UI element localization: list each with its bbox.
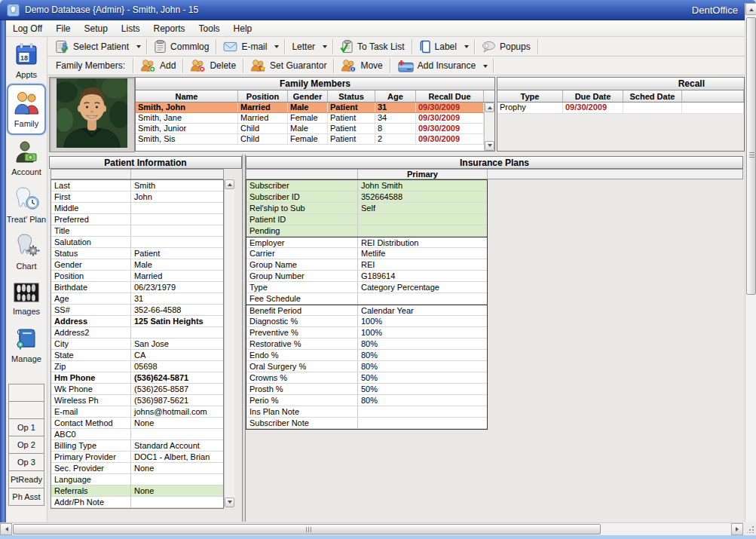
- insurance-row[interactable]: Fee Schedule: [246, 293, 487, 305]
- menu-item-setup[interactable]: Setup: [77, 20, 114, 36]
- insurance-row[interactable]: Patient ID: [246, 214, 487, 225]
- op-button-ph-asst[interactable]: Ph Asst: [8, 488, 44, 506]
- scroll-up-button[interactable]: [485, 103, 494, 112]
- family-member-row[interactable]: Smith, JuniorChildMalePatient809/30/2009: [136, 124, 494, 134]
- family-member-row[interactable]: Smith, SisChildFemalePatient209/30/2009: [136, 134, 494, 145]
- vertical-scrollbar[interactable]: [745, 3, 756, 535]
- patient-info-row[interactable]: Hm Phone(536)624-5871: [51, 372, 223, 384]
- patient-info-row[interactable]: Addr/Ph Note: [51, 497, 223, 508]
- patient-info-row[interactable]: LastSmith: [51, 180, 223, 191]
- menu-item-log-off[interactable]: Log Off: [6, 20, 49, 36]
- patient-info-row[interactable]: Wk Phone(536)265-8587: [51, 384, 223, 395]
- insurance-row[interactable]: Rel'ship to SubSelf: [246, 203, 487, 214]
- patient-info-row[interactable]: StatusPatient: [51, 248, 223, 259]
- patient-info-row[interactable]: Wireless Ph(536)987-5621: [51, 395, 223, 406]
- set-guarantor-button[interactable]: Set Guarantor: [246, 58, 331, 74]
- op-button-op-2[interactable]: Op 2: [8, 436, 44, 454]
- commlog-button[interactable]: Commlog: [149, 38, 213, 54]
- patient-info-row[interactable]: Address125 Satin Heights: [51, 316, 223, 327]
- vertical-scrollbar-thumb[interactable]: [746, 17, 756, 295]
- email-dropdown-button[interactable]: [271, 38, 282, 54]
- add-insurance-dropdown-button[interactable]: [480, 58, 491, 74]
- patient-info-row[interactable]: FirstJohn: [51, 191, 223, 203]
- patient-info-row[interactable]: Primary ProviderDOC1 - Albert, Brian: [51, 452, 223, 463]
- insurance-row[interactable]: Subscriber ID352664588: [246, 191, 487, 203]
- patient-info-row[interactable]: Salutation: [51, 237, 223, 248]
- patient-info-row[interactable]: ReferralsNone: [51, 485, 223, 497]
- op-button-blank-0[interactable]: [8, 384, 44, 402]
- patient-info-row[interactable]: ABC0: [51, 429, 223, 440]
- scroll-up-button[interactable]: [225, 179, 234, 189]
- family-table-scrollbar[interactable]: [484, 103, 494, 151]
- op-button-ptready[interactable]: PtReady: [8, 470, 44, 488]
- patient-info-row[interactable]: E-mailjohns@hotmail.com: [51, 406, 223, 418]
- sidebar-item-images[interactable]: Images: [6, 275, 47, 322]
- patient-info-row[interactable]: CitySan Jose: [51, 338, 223, 350]
- patient-info-row[interactable]: StateCA: [51, 350, 223, 361]
- sidebar-item-family[interactable]: Family: [7, 84, 46, 135]
- menu-item-lists[interactable]: Lists: [115, 20, 147, 36]
- horizontal-scrollbar-thumb[interactable]: [13, 524, 601, 534]
- menu-item-file[interactable]: File: [49, 20, 77, 36]
- family-member-row[interactable]: Smith, JohnMarriedMalePatient3109/30/200…: [136, 103, 494, 113]
- patient-info-row[interactable]: Middle: [51, 203, 223, 214]
- label-button[interactable]: Label: [415, 38, 461, 54]
- insurance-row[interactable]: Pending: [246, 225, 487, 237]
- patient-info-row[interactable]: SS#352-66-4588: [51, 305, 223, 316]
- select-patient-dropdown-button[interactable]: [133, 38, 144, 54]
- patient-info-row[interactable]: Sec. ProviderNone: [51, 463, 223, 474]
- label-dropdown-button[interactable]: [461, 38, 472, 54]
- recall-row[interactable]: Prophy09/30/2009: [497, 103, 744, 114]
- op-button-op-1[interactable]: Op 1: [8, 418, 44, 436]
- insurance-row[interactable]: Group NumberG189614: [246, 271, 487, 282]
- sidebar-item-appts[interactable]: 18Appts: [6, 37, 47, 84]
- sidebar-item-treat-plan[interactable]: Treat' Plan: [6, 182, 47, 228]
- scroll-down-button[interactable]: [485, 141, 494, 151]
- family-member-row[interactable]: Smith, JaneMarriedFemalePatient3409/30/2…: [136, 113, 494, 124]
- insurance-row[interactable]: Crowns %50%: [246, 372, 487, 384]
- insurance-row[interactable]: Oral Surgery %80%: [246, 361, 487, 372]
- sidebar-item-manage[interactable]: Manage: [6, 322, 47, 369]
- insurance-row[interactable]: Prosth %50%: [246, 384, 487, 395]
- insurance-row[interactable]: TypeCategory Percentage: [246, 282, 487, 293]
- insurance-row[interactable]: Diagnostic %100%: [246, 316, 487, 327]
- insurance-row[interactable]: Benefit PeriodCalendar Year: [246, 305, 487, 316]
- op-button-blank-1[interactable]: [8, 401, 44, 419]
- menu-item-help[interactable]: Help: [227, 20, 259, 36]
- email-button[interactable]: E-mail: [219, 38, 271, 54]
- patient-info-row[interactable]: Title: [51, 225, 223, 237]
- insurance-row[interactable]: Preventive %100%: [246, 327, 487, 338]
- insurance-row[interactable]: EmployerREI Distribution: [246, 237, 487, 248]
- patient-info-row[interactable]: Preferred: [51, 214, 223, 225]
- insurance-row[interactable]: CarrierMetlife: [246, 248, 487, 259]
- patient-info-row[interactable]: Language: [51, 474, 223, 485]
- menu-item-tools[interactable]: Tools: [192, 20, 227, 36]
- sidebar-item-account[interactable]: Account: [6, 135, 47, 182]
- patient-info-row[interactable]: Contact MethodNone: [51, 418, 223, 429]
- resize-grip[interactable]: [743, 522, 756, 535]
- menu-item-reports[interactable]: Reports: [147, 20, 192, 36]
- scroll-down-button[interactable]: [225, 498, 234, 507]
- select-patient-button[interactable]: Select Patient: [51, 38, 133, 54]
- insurance-row[interactable]: SubscriberJohn Smith: [246, 180, 487, 191]
- letter-dropdown-button[interactable]: [320, 38, 330, 54]
- insurance-row[interactable]: Restorative %80%: [246, 338, 487, 350]
- scroll-up-button[interactable]: [745, 3, 756, 15]
- delete-button[interactable]: Delete: [185, 58, 240, 74]
- add-insurance-button[interactable]: Add Insurance: [393, 58, 480, 74]
- patient-info-scrollbar[interactable]: [224, 179, 234, 507]
- insurance-row[interactable]: Subscriber Note: [246, 418, 487, 429]
- patient-info-row[interactable]: Zip05698: [51, 361, 223, 372]
- sidebar-item-chart[interactable]: Chart: [6, 228, 47, 275]
- letter-button[interactable]: Letter: [287, 38, 320, 54]
- insurance-row[interactable]: Perio %80%: [246, 395, 487, 406]
- horizontal-scrollbar[interactable]: [0, 522, 743, 535]
- patient-info-row[interactable]: Age31: [51, 293, 223, 305]
- patient-info-row[interactable]: Billing TypeStandard Account: [51, 440, 223, 452]
- scroll-left-button[interactable]: [0, 523, 12, 535]
- op-button-op-3[interactable]: Op 3: [8, 453, 44, 471]
- insurance-row[interactable]: Ins Plan Note: [246, 406, 487, 418]
- patient-info-row[interactable]: GenderMale: [51, 259, 223, 271]
- to-task-list-button[interactable]: To Task List: [335, 38, 409, 54]
- move-button[interactable]: Move: [336, 58, 387, 74]
